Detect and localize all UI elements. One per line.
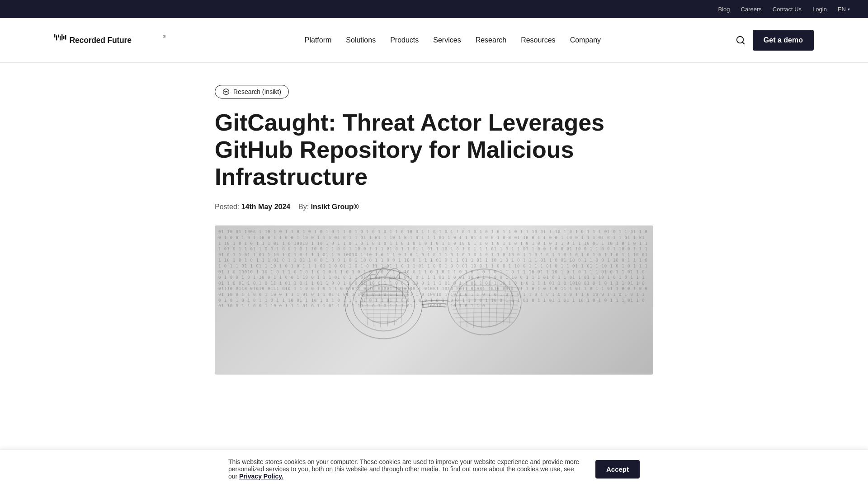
svg-rect-5 [63,36,64,39]
svg-rect-2 [58,35,59,38]
recorded-future-logo: Recorded Future ® [54,32,170,48]
svg-text:®: ® [163,34,166,39]
svg-rect-6 [65,35,66,39]
article-hero-image: 01 10 01 1000 1 10 1 0 1 1 0 1 0 1 0 1 0… [215,225,653,375]
nav-item-company[interactable]: Company [570,36,601,44]
svg-rect-3 [60,36,61,41]
wireframe-hand-image [298,237,570,363]
topbar-blog-link[interactable]: Blog [718,6,730,13]
nav-item-products[interactable]: Products [390,36,419,44]
navbar-nav: Platform Solutions Products Services Res… [305,36,601,44]
topbar-login-link[interactable]: Login [812,6,827,13]
topbar-contact-link[interactable]: Contact Us [773,6,802,13]
topbar-careers-link[interactable]: Careers [741,6,762,13]
nav-item-resources[interactable]: Resources [521,36,555,44]
article-title: GitCaught: Threat Actor Leverages GitHub… [215,109,653,190]
logo-link[interactable]: Recorded Future ® [54,32,170,48]
nav-item-solutions[interactable]: Solutions [346,36,376,44]
nav-item-services[interactable]: Services [433,36,461,44]
navbar-right: Get a demo [736,30,814,51]
language-selector[interactable]: EN ▾ [838,6,850,13]
navbar-left: Recorded Future ® [54,32,170,48]
navbar: Recorded Future ® Platform Solutions Pro… [0,18,868,63]
svg-rect-4 [61,34,62,40]
article-meta: Posted: 14th May 2024 By: Insikt Group® [215,203,653,211]
svg-point-16 [455,277,514,327]
topbar: Blog Careers Contact Us Login EN ▾ [0,0,868,18]
language-label: EN [838,6,846,13]
svg-text:Recorded Future: Recorded Future [70,36,132,45]
nav-item-platform[interactable]: Platform [305,36,332,44]
hero-image-inner: 01 10 01 1000 1 10 1 0 1 1 0 1 0 1 0 1 0… [215,225,653,375]
svg-rect-0 [54,34,55,38]
posted-date: 14th May 2024 [241,203,291,211]
get-demo-button[interactable]: Get a demo [753,30,814,51]
nav-item-research[interactable]: Research [476,36,506,44]
svg-point-15 [448,269,521,335]
search-icon[interactable] [736,35,745,45]
chevron-down-icon: ▾ [848,7,850,12]
article-container: Research (Insikt) GitCaught: Threat Acto… [160,63,708,393]
svg-point-13 [353,277,415,331]
insikt-icon [222,88,230,95]
article-author: Insikt Group® [311,203,359,211]
article-tag[interactable]: Research (Insikt) [215,85,289,99]
svg-rect-1 [56,35,57,40]
svg-point-12 [345,269,422,339]
svg-line-10 [742,42,744,44]
by-label: By: [298,203,309,211]
posted-label: Posted: [215,203,239,211]
tag-label: Research (Insikt) [233,88,281,95]
